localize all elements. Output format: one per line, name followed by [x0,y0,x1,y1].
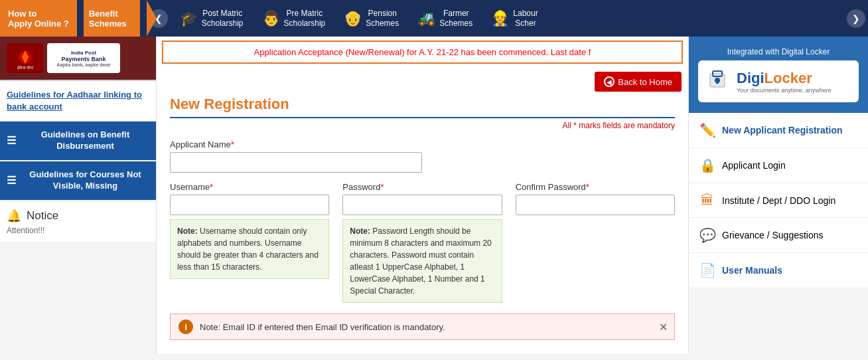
menu-item-applicant-login[interactable]: 🔒 Applicant Login [689,148,868,183]
applicant-name-label: Applicant Name* [170,139,422,149]
back-btn-row: ◀ Back to Home [157,68,688,96]
pencil-icon: ✏️ [699,122,715,138]
announcement-text: Application Acceptance (New/Renewal) for… [254,47,591,57]
nav-item-farmer-label: FarmerSchemes [439,9,472,28]
email-warning-box: i Note: Email ID if entered then Email I… [170,314,675,340]
menu-item-grievance[interactable]: 💬 Grievance / Suggestions [689,218,868,253]
digilocker-banner: Integrated with Digital Locker DigiLocke… [689,37,868,113]
password-field: Password* Note: Password Length should b… [342,182,502,303]
back-button-label: Back to Home [618,77,672,87]
digi-name-orange: Locker [764,70,812,86]
india-post-banner: इंडिया पोस्ट India Post Payments Bank Aa… [0,37,156,81]
nav-item-pension[interactable]: 👴 PensionSchemes [334,0,408,37]
digi-logo-name: DigiLocker [737,70,832,87]
digi-tagline: Your documents anytime, anywhere [737,87,832,94]
password-note-box: Note: Password Length should be minimum … [342,219,502,303]
confirm-password-field: Confirm Password* [516,182,675,303]
guideline-courses[interactable]: ☰ Guidelines for Courses Not Visible, Mi… [0,161,156,200]
guideline-courses-label: Guidelines for Courses Not Visible, Miss… [21,169,149,192]
svg-text:इंडिया पोस्ट: इंडिया पोस्ट [17,65,34,70]
confirm-password-required: * [586,182,589,192]
ippb-logo: India Post Payments Bank Aapka bank, aap… [47,43,120,73]
aadhaar-link[interactable]: Guidelines for Aadhaar linking to bank a… [7,90,142,112]
nav-items: 🎓 Post MatricScholarship 👨 Pre MatricSch… [171,0,844,37]
nav-item-labour[interactable]: 👷 LabourScher [482,0,547,37]
username-required: * [210,182,213,192]
main-wrapper: इंडिया पोस्ट India Post Payments Bank Aa… [0,37,868,353]
nav-item-labour-label: LabourScher [513,9,538,28]
form-title: New Registration [170,96,675,118]
email-warning-close-button[interactable]: ✕ [659,321,668,333]
credentials-row: Username* Note: Username should contain … [170,182,675,303]
username-note-text: Username should contain only alphabets a… [177,226,319,272]
svg-rect-7 [716,80,719,84]
mandatory-note: All * marks fields are mandatory [170,121,675,130]
confirm-password-input[interactable] [516,195,675,215]
password-note-label: Note: [350,226,370,236]
username-label: Username* [170,182,329,192]
menu-item-applicant-login-label: Applicant Login [722,160,786,171]
info-icon: i [179,319,193,334]
farmer-icon: 🚜 [417,10,435,27]
digilocker-logo-box: DigiLocker Your documents anytime, anywh… [698,60,859,102]
digilocker-icon [707,67,731,96]
back-to-home-button[interactable]: ◀ Back to Home [595,72,682,92]
confirm-password-label: Confirm Password* [516,182,675,192]
attention-text: Attention!!! [7,226,149,235]
menu-item-new-applicant[interactable]: ✏️ New Applicant Registration [689,113,868,148]
apply-online-label: How toApply Online ? [8,9,69,29]
menu-item-user-manuals-label: User Manuals [722,265,782,276]
applicant-name-field: Applicant Name* [170,139,422,173]
nav-item-pre-matric[interactable]: 👨 Pre MatricScholarship [253,0,335,37]
nav-item-farmer[interactable]: 🚜 FarmerSchemes [408,0,482,37]
password-label: Password* [342,182,502,192]
guideline-benefit-label: Guidelines on Benefit Disbursement [21,130,149,152]
email-warning-text: Note: Email ID if entered then Email ID … [200,322,445,332]
nav-item-pension-label: PensionSchemes [366,9,399,28]
password-note-text: Password Length should be minimum 8 char… [350,226,491,296]
nav-item-post-matric[interactable]: 🎓 Post MatricScholarship [171,0,253,37]
menu-item-institute-login[interactable]: 🏛 Institute / Dept / DDO Login [689,183,868,218]
integrated-text: Integrated with Digital Locker [698,47,859,56]
pension-icon: 👴 [344,10,362,27]
username-note-box: Note: Username should contain only alpha… [170,219,329,279]
menu-item-user-manuals[interactable]: 📄 User Manuals [689,253,868,288]
benefit-schemes-nav[interactable]: BenefitSchemes [77,0,147,37]
center-content: Application Acceptance (New/Renewal) for… [156,37,689,353]
pre-matric-icon: 👨 [262,10,280,27]
announcement-bar: Application Acceptance (New/Renewal) for… [162,41,683,64]
post-matric-icon: 🎓 [180,10,198,27]
digi-name-black: Digi [737,70,764,86]
menu-item-grievance-label: Grievance / Suggestions [722,230,824,240]
aadhaar-link-section: Guidelines for Aadhaar linking to bank a… [0,81,156,122]
notice-label: Notice [27,209,58,223]
applicant-name-input[interactable] [170,152,422,173]
notice-section: 🔔 Notice Attention!!! [0,201,156,242]
chat-icon: 💬 [699,227,715,243]
apply-online-button[interactable]: How toApply Online ? [0,0,77,37]
username-field: Username* Note: Username should contain … [170,182,329,303]
institute-icon: 🏛 [699,193,715,208]
username-input[interactable] [170,195,329,215]
nav-right-arrow[interactable]: ❯ [847,9,865,28]
back-arrow-icon: ◀ [604,76,615,87]
menu-item-new-applicant-label: New Applicant Registration [722,125,843,135]
right-sidebar: Integrated with Digital Locker DigiLocke… [689,37,868,353]
left-sidebar: इंडिया पोस्ट India Post Payments Bank Aa… [0,37,156,353]
nav-item-pre-matric-label: Pre MatricScholarship [284,9,326,28]
guideline-benefit-disbursement[interactable]: ☰ Guidelines on Benefit Disbursement [0,122,156,160]
bell-icon: 🔔 [7,209,21,223]
password-input[interactable] [342,195,502,215]
digi-text: DigiLocker Your documents anytime, anywh… [737,70,832,94]
guideline-courses-icon: ☰ [7,174,16,188]
guideline-benefit-icon: ☰ [7,134,16,148]
applicant-name-required: * [231,139,234,149]
benefit-schemes-label: BenefitSchemes [89,9,127,29]
registration-form: New Registration All * marks fields are … [157,96,688,353]
india-post-logo: इंडिया पोस्ट [7,43,43,73]
nav-item-post-matric-label: Post MatricScholarship [202,9,244,28]
top-navigation: How toApply Online ? BenefitSchemes ❮ 🎓 … [0,0,868,37]
password-required: * [380,182,384,192]
labour-icon: 👷 [491,10,509,27]
username-note-label: Note: [177,226,198,236]
